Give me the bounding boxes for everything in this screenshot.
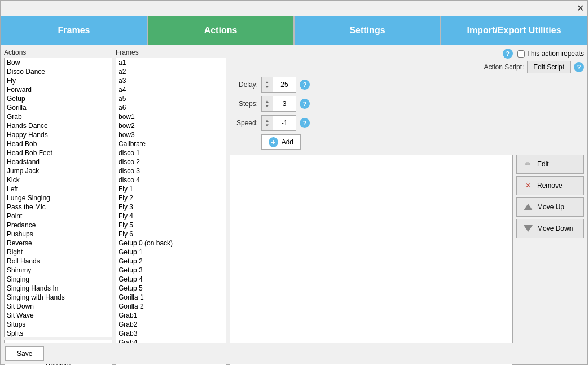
actions-list-item[interactable]: Singing (5, 275, 112, 284)
frames-list-item[interactable]: Calibrate (116, 139, 226, 148)
speed-input[interactable] (273, 116, 296, 130)
actions-list-item[interactable]: Predance (5, 221, 112, 230)
steps-spinner-btn[interactable]: ▲▼ (262, 96, 273, 111)
save-button[interactable]: Save (5, 346, 44, 361)
edit-button[interactable]: ✏ Edit (516, 155, 584, 174)
actions-list-item[interactable]: Fly (5, 76, 112, 85)
frames-list-item[interactable]: Getup 4 (116, 275, 226, 284)
frames-list-item[interactable]: a5 (116, 94, 226, 103)
actions-list-item[interactable]: Singing Hands In (5, 284, 112, 293)
repeats-checkbox[interactable] (517, 50, 525, 58)
delay-info-icon[interactable]: ? (300, 80, 310, 90)
tab-frames[interactable]: Frames (1, 16, 147, 45)
frames-list-item[interactable]: a3 (116, 76, 226, 85)
close-button[interactable]: ✕ (577, 3, 584, 14)
svg-marker-0 (524, 204, 533, 210)
actions-list-item[interactable]: Splits (5, 329, 112, 337)
steps-input[interactable] (273, 96, 296, 111)
frames-list-item[interactable]: Grab2 (116, 320, 226, 329)
actions-list-item[interactable]: Left (5, 184, 112, 194)
frames-list-item[interactable]: Fly 3 (116, 203, 226, 212)
actions-list-item[interactable]: Reverse (5, 239, 112, 248)
steps-info-icon[interactable]: ? (300, 99, 310, 109)
actions-list-item[interactable]: Getup (5, 94, 112, 103)
actions-list-item[interactable]: Lunge Singing (5, 194, 112, 203)
actions-list-item[interactable]: Headstand (5, 157, 112, 166)
frames-list-item[interactable]: Fly 5 (116, 221, 226, 230)
actions-list-item[interactable]: Head Bob Feet (5, 148, 112, 157)
actions-list-item[interactable]: Grab (5, 112, 112, 121)
actions-list-item[interactable]: Pass the Mic (5, 203, 112, 212)
actions-list-item[interactable]: Point (5, 212, 112, 221)
frames-list-item[interactable]: Grab1 (116, 311, 226, 320)
actions-list-item[interactable]: Sit Wave (5, 311, 112, 320)
actions-list-item[interactable]: Happy Hands (5, 130, 112, 139)
delay-input[interactable] (273, 77, 296, 92)
speed-info-icon[interactable]: ? (300, 118, 310, 128)
frames-list[interactable]: a1a2a3a4a5a6bow1bow2bow3Calibratedisco 1… (116, 58, 226, 365)
move-down-button[interactable]: Move Down (516, 219, 584, 238)
actions-list-item[interactable]: Gorilla (5, 103, 112, 112)
remove-button[interactable]: ✕ Remove (516, 176, 584, 195)
speed-row: Speed: ▲▼ ? (230, 115, 584, 131)
actions-list-item[interactable]: Kick (5, 175, 112, 184)
tab-actions[interactable]: Actions (147, 16, 294, 45)
arrow-down-icon (523, 223, 534, 234)
frames-list-item[interactable]: a6 (116, 103, 226, 112)
script-area: ✏ Edit ✕ Remove Move Up (230, 155, 584, 365)
add-button[interactable]: + Add (261, 134, 301, 150)
frames-list-item[interactable]: Fly 6 (116, 230, 226, 239)
actions-list-item[interactable]: Roll Hands (5, 257, 112, 266)
actions-list[interactable]: BowDisco DanceFlyForwardGetupGorillaGrab… (4, 58, 112, 337)
frames-list-item[interactable]: disco 4 (116, 175, 226, 184)
frames-list-item[interactable]: Getup 3 (116, 266, 226, 275)
tab-settings[interactable]: Settings (294, 16, 441, 45)
frames-list-item[interactable]: Getup 0 (on back) (116, 239, 226, 248)
frames-list-item[interactable]: Fly 2 (116, 194, 226, 203)
edit-script-button[interactable]: Edit Script (527, 61, 571, 73)
delay-spinner-btn[interactable]: ▲▼ (262, 77, 273, 92)
frames-list-item[interactable]: bow3 (116, 130, 226, 139)
tab-import-export[interactable]: Import/Export Utilities (441, 16, 587, 45)
actions-list-item[interactable]: Pushups (5, 230, 112, 239)
frames-list-item[interactable]: Getup 5 (116, 284, 226, 293)
actions-list-item[interactable]: Head Bob (5, 139, 112, 148)
actions-list-item[interactable]: Right (5, 248, 112, 257)
frames-list-item[interactable]: a4 (116, 85, 226, 94)
actions-list-item[interactable]: Forward (5, 85, 112, 94)
actions-list-item[interactable]: Situps (5, 320, 112, 329)
frames-list-item[interactable]: disco 2 (116, 157, 226, 166)
frames-panel: Frames a1a2a3a4a5a6bow1bow2bow3Calibrate… (116, 49, 226, 365)
actions-list-item[interactable]: Jump Jack (5, 166, 112, 175)
script-text-area[interactable] (230, 155, 513, 365)
steps-spinner: ▲▼ (261, 96, 296, 112)
delay-spinner: ▲▼ (261, 77, 296, 93)
frames-list-item[interactable]: Fly 1 (116, 184, 226, 194)
frames-list-item[interactable]: bow1 (116, 112, 226, 121)
actions-list-item[interactable]: Disco Dance (5, 67, 112, 76)
frames-list-item[interactable]: bow2 (116, 121, 226, 130)
actions-list-item[interactable]: Singing with Hands (5, 293, 112, 302)
repeats-info-icon[interactable]: ? (503, 49, 513, 59)
frames-list-item[interactable]: Getup 1 (116, 248, 226, 257)
frames-list-item[interactable]: a1 (116, 58, 226, 67)
action-script-label: Action Script: (484, 63, 524, 71)
frames-list-item[interactable]: Getup 2 (116, 257, 226, 266)
bottom-bar: Save (1, 343, 587, 364)
frames-list-item[interactable]: Gorilla 2 (116, 302, 226, 311)
actions-list-item[interactable]: Shimmy (5, 266, 112, 275)
actions-list-item[interactable]: Hands Dance (5, 121, 112, 130)
frames-list-item[interactable]: disco 1 (116, 148, 226, 157)
move-up-button[interactable]: Move Up (516, 197, 584, 217)
actions-list-item[interactable]: Bow (5, 58, 112, 67)
pencil-icon: ✏ (523, 159, 534, 170)
frames-list-item[interactable]: disco 3 (116, 166, 226, 175)
params-row: Delay: ▲▼ ? Steps: ▲▼ (230, 77, 584, 150)
script-info-icon[interactable]: ? (574, 62, 584, 72)
actions-list-item[interactable]: Sit Down (5, 302, 112, 311)
frames-list-item[interactable]: Grab3 (116, 329, 226, 338)
frames-list-item[interactable]: a2 (116, 67, 226, 76)
frames-list-item[interactable]: Fly 4 (116, 212, 226, 221)
speed-spinner-btn[interactable]: ▲▼ (262, 116, 273, 130)
frames-list-item[interactable]: Gorilla 1 (116, 293, 226, 302)
